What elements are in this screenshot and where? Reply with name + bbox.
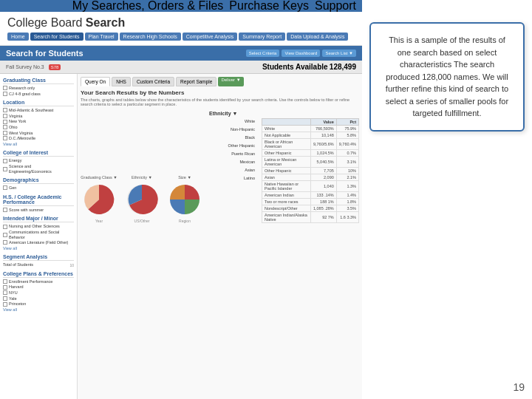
list-item: Score with summer [3,208,74,213]
table-row: Latina or Mexican American5,040.5%3.1% [262,157,359,168]
checkbox[interactable] [3,296,7,301]
search-list-btn[interactable]: Search List ▼ [322,50,356,57]
checkbox[interactable] [3,86,7,90]
deliver-button[interactable]: Deliver ▼ [218,77,243,86]
tab-report[interactable]: Report Sample [176,77,216,86]
sidebar-section-title-major: Intended Major / Minor [3,215,74,222]
sidebar-section-major: Intended Major / Minor Nursing and Other… [3,215,74,250]
table-cell: 1.3% [336,181,358,192]
table-cell: 3.5% [336,205,358,212]
ethnicity-detail: Ethnicity ▼ White Non-Hispanic [209,111,359,223]
checkbox[interactable] [3,233,7,237]
bar-row: Non-Hispanic [209,126,257,132]
tooltip-text: This is a sample of the results of one s… [386,35,508,117]
checkbox[interactable] [3,108,7,112]
bar-label: Mexican [209,160,257,164]
view-all-plans-link[interactable]: View all [3,307,17,313]
table-cell: 9,760/5.6% [310,139,336,150]
chart-label-size[interactable]: Size ▼ [178,175,191,180]
table-cell: American Indian/Alaska Native [262,212,311,223]
view-dashboard-btn[interactable]: View Dashboard [282,50,320,57]
table-row: American Indian133 .14%1.4% [262,192,359,199]
table-cell: 1,040 [310,181,336,192]
top-nav-item[interactable]: Support [315,0,356,13]
checkbox[interactable] [3,225,7,229]
checkbox[interactable] [3,120,7,124]
tab-custom[interactable]: Custom Criteria [132,77,174,86]
list-item: Energy [3,158,74,163]
sidebar-item-text: West Virginia [9,131,33,136]
table-cell: 133 .14% [310,192,336,199]
list-item: New York [3,119,74,124]
table-cell: 1,024.5% [310,150,336,157]
list-item: Enrollment Performance [3,279,74,284]
table-row: White766,593%75.9% [262,126,359,132]
col-header [262,119,311,126]
pie-chart-size [166,181,203,218]
table-row: Not Applicable10,1485.8% [262,132,359,139]
sidebar-item-text: Mid-Atlantic & Southeast [9,108,53,113]
checkbox[interactable] [3,185,7,190]
list-item: Science and Engineering/Economics [3,164,74,174]
list-item: Princeton [3,301,74,307]
list-item: Nursing and Other Sciences [3,224,74,229]
table-cell: Latina or Mexican American [262,157,311,168]
ethnicity-bar-title: Ethnicity ▼ [209,111,359,116]
checkbox[interactable] [3,290,7,295]
chart-label-ethnicity[interactable]: Ethnicity ▼ [132,175,152,180]
sidebar-section-title-location: Location [3,99,74,106]
select-criteria-btn[interactable]: Select Criteria [246,50,280,57]
table-row: Black or African American9,760/5.6%9,760… [262,139,359,150]
sidebar-section-title-plans: College Plans & Preferences [3,270,74,278]
bar-chart: White Non-Hispanic [209,118,257,223]
nav-research[interactable]: Research High Schools [120,33,181,41]
view-all-link[interactable]: View all [3,142,17,147]
table-row: Two or more races188 1%1.8% [262,199,359,205]
table-row: American Indian/Alaska Native92 7%1.6 3.… [262,212,359,223]
table-cell: 92 7% [310,212,336,223]
checkbox[interactable] [3,159,7,163]
table-cell: 2,090 [310,174,336,181]
bar-row: Asian [209,167,257,173]
sidebar-item-text: D.C./Metroville [9,136,35,141]
list-item: Total of Students 10 [3,262,74,267]
checkbox[interactable] [3,167,7,171]
checkbox[interactable] [3,208,7,212]
sidebar-section-college: College of Interest Energy Science and E… [3,149,74,174]
view-all-major-link[interactable]: View all [3,246,17,251]
tab-query-on[interactable]: Query On [81,77,110,86]
chart-caption-graduating: Year [95,219,103,223]
checkbox[interactable] [3,131,7,135]
main-nav: Home Search for Students Plan Travel Res… [7,33,355,41]
top-nav-item[interactable]: Purchase Keys [229,0,309,13]
content-area: Query On NHS Custom Criteria Report Samp… [78,74,362,399]
top-nav-item[interactable]: My Searches, Orders & Files [72,0,224,13]
table-cell: Native Hawaiian or Pacific Islander [262,181,311,192]
tab-nhs[interactable]: NHS [112,77,131,86]
charts-row: Graduating Class ▼ Year Ethnicity ▼ [81,111,359,223]
checkbox[interactable] [3,279,7,284]
nav-plan-travel[interactable]: Plan Travel [85,33,118,41]
checkbox[interactable] [3,285,7,290]
nav-data-upload[interactable]: Data Upload & Analysis [287,33,348,41]
table-cell: 1.4% [336,192,358,199]
checkbox[interactable] [3,125,7,129]
sidebar-section-hs-perf: H.S. / College Academic Performance Scor… [3,194,74,213]
chart-label-graduating[interactable]: Graduating Class ▼ [81,175,117,180]
bar-label: Non-Hispanic [209,127,257,132]
checkbox[interactable] [3,114,7,118]
checkbox[interactable] [3,136,7,140]
ethnicity-table: Value Pct White766,593%75.9%Not Applicab… [262,118,359,223]
nav-home[interactable]: Home [7,33,29,41]
list-item: West Virginia [3,131,74,136]
checkbox[interactable] [3,302,7,307]
checkbox[interactable] [3,92,7,96]
nav-summary[interactable]: Summary Report [239,33,285,41]
pie-chart-ethnicity [123,181,160,218]
checkbox[interactable] [3,240,7,245]
list-item: Gen [3,185,74,191]
nav-search-students[interactable]: Search for Students [30,33,83,41]
nav-competitive[interactable]: Competitive Analysis [183,33,238,41]
bar-label: Asian [209,168,257,172]
list-item: NYU [3,290,74,296]
